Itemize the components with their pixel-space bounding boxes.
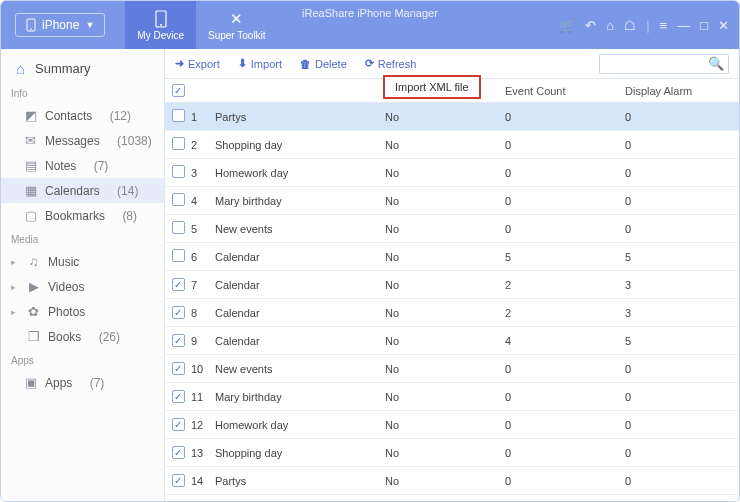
section-info: Info xyxy=(1,82,164,103)
svg-point-1 xyxy=(30,28,32,30)
sidebar-count: (14) xyxy=(117,184,138,198)
col-displayalarm-header[interactable]: Display Alarm xyxy=(625,85,739,97)
row-displayalarm: 0 xyxy=(625,419,739,431)
row-checkbox[interactable] xyxy=(172,109,185,122)
sidebar-bookmarks[interactable]: ▢Bookmarks (8) xyxy=(1,203,164,228)
search-input[interactable]: 🔍 xyxy=(599,54,729,74)
row-readonly: No xyxy=(385,447,505,459)
sidebar-notes[interactable]: ▤Notes (7) xyxy=(1,153,164,178)
row-name: Shopping day xyxy=(215,139,385,151)
table-row[interactable]: 10New eventsNo00 xyxy=(165,355,739,383)
row-checkbox[interactable] xyxy=(172,249,185,262)
col-eventcount-header[interactable]: Event Count xyxy=(505,85,625,97)
search-icon: 🔍 xyxy=(708,56,724,71)
select-all-checkbox[interactable] xyxy=(172,84,185,97)
sidebar-videos[interactable]: ▸▶Videos xyxy=(1,274,164,299)
row-checkbox[interactable] xyxy=(172,390,185,403)
sidebar-music[interactable]: ▸♫Music xyxy=(1,249,164,274)
tab-label: Super Toolkit xyxy=(208,30,266,41)
sidebar-count: (12) xyxy=(110,109,131,123)
device-label: iPhone xyxy=(42,18,79,32)
minimize-icon[interactable]: — xyxy=(677,18,690,33)
expand-icon: ▸ xyxy=(11,282,19,292)
row-checkbox[interactable] xyxy=(172,418,185,431)
table-row[interactable]: 5New eventsNo00 xyxy=(165,215,739,243)
tab-my-device[interactable]: My Device xyxy=(125,1,196,49)
col-name-header[interactable]: Name xyxy=(191,85,215,97)
table-row[interactable]: 3Homework dayNo00 xyxy=(165,159,739,187)
table-row[interactable]: 14PartysNo00 xyxy=(165,467,739,495)
sidebar-label: Bookmarks xyxy=(45,209,105,223)
table-row[interactable]: 7CalendarNo23 xyxy=(165,271,739,299)
sidebar-apps[interactable]: ▣Apps (7) xyxy=(1,370,164,395)
sidebar-label: Contacts xyxy=(45,109,92,123)
section-apps: Apps xyxy=(1,349,164,370)
row-readonly: No xyxy=(385,223,505,235)
row-checkbox[interactable] xyxy=(172,278,185,291)
row-name: Calendar xyxy=(215,279,385,291)
tab-super-toolkit[interactable]: ✕ Super Toolkit xyxy=(196,1,278,49)
close-icon[interactable]: ✕ xyxy=(718,18,729,33)
row-checkbox[interactable] xyxy=(172,362,185,375)
row-checkbox[interactable] xyxy=(172,334,185,347)
table-row[interactable]: 6CalendarNo55 xyxy=(165,243,739,271)
home-icon: ⌂ xyxy=(13,60,28,77)
sidebar-calendars[interactable]: ▦Calendars (14) xyxy=(1,178,164,203)
table-row[interactable]: 13Shopping dayNo00 xyxy=(165,439,739,467)
row-name: Partys xyxy=(215,111,385,123)
table-row[interactable]: 9CalendarNo45 xyxy=(165,327,739,355)
row-displayalarm: 0 xyxy=(625,475,739,487)
table-row[interactable]: 2Shopping dayNo00 xyxy=(165,131,739,159)
row-checkbox[interactable] xyxy=(172,474,185,487)
table-row[interactable]: 4Mary birthdayNo00 xyxy=(165,187,739,215)
sidebar-books[interactable]: ❒Books (26) xyxy=(1,324,164,349)
home-icon[interactable]: ⌂ xyxy=(606,18,614,33)
maximize-icon[interactable]: □ xyxy=(700,18,708,33)
photo-icon: ✿ xyxy=(26,304,41,319)
row-checkbox[interactable] xyxy=(172,193,185,206)
table-body: 1PartysNo002Shopping dayNo003Homework da… xyxy=(165,103,739,495)
refresh-button[interactable]: ⟳Refresh xyxy=(365,57,417,70)
back-icon[interactable]: ↶ xyxy=(585,18,596,33)
row-number: 5 xyxy=(191,223,215,235)
sidebar-contacts[interactable]: ◩Contacts (12) xyxy=(1,103,164,128)
export-button[interactable]: ➜Export xyxy=(175,57,220,70)
row-checkbox[interactable] xyxy=(172,446,185,459)
sidebar-messages[interactable]: ✉Messages (1038) xyxy=(1,128,164,153)
row-number: 11 xyxy=(191,391,215,403)
row-checkbox[interactable] xyxy=(172,165,185,178)
table-row[interactable]: 12Homework dayNo00 xyxy=(165,411,739,439)
device-selector[interactable]: iPhone ▼ xyxy=(15,13,105,37)
row-checkbox[interactable] xyxy=(172,306,185,319)
sidebar-label: Apps xyxy=(45,376,72,390)
import-button[interactable]: ⬇Import xyxy=(238,57,282,70)
row-name: Calendar xyxy=(215,251,385,263)
sidebar-summary[interactable]: ⌂ Summary xyxy=(1,55,164,82)
row-eventcount: 0 xyxy=(505,223,625,235)
table-row[interactable]: 8CalendarNo23 xyxy=(165,299,739,327)
import-xml-menuitem[interactable]: Import XML file xyxy=(383,75,481,99)
col-label: Display Alarm xyxy=(625,85,692,97)
sidebar-label: Notes xyxy=(45,159,76,173)
cart-icon[interactable]: 🛒 xyxy=(559,18,575,33)
sidebar-photos[interactable]: ▸✿Photos xyxy=(1,299,164,324)
row-readonly: No xyxy=(385,195,505,207)
feedback-icon[interactable]: ☖ xyxy=(624,18,636,33)
row-checkbox[interactable] xyxy=(172,137,185,150)
table-row[interactable]: 1PartysNo00 xyxy=(165,103,739,131)
row-readonly: No xyxy=(385,391,505,403)
row-eventcount: 0 xyxy=(505,139,625,151)
row-checkbox[interactable] xyxy=(172,221,185,234)
svg-point-3 xyxy=(160,24,162,26)
row-number: 4 xyxy=(191,195,215,207)
delete-button[interactable]: 🗑Delete xyxy=(300,58,347,70)
sidebar-label: Summary xyxy=(35,61,91,76)
row-displayalarm: 0 xyxy=(625,139,739,151)
table-row[interactable]: 11Mary birthdayNo00 xyxy=(165,383,739,411)
sidebar-label: Messages xyxy=(45,134,100,148)
bookmark-icon: ▢ xyxy=(23,208,38,223)
row-number: 14 xyxy=(191,475,215,487)
sidebar-count: (7) xyxy=(94,159,109,173)
music-icon: ♫ xyxy=(26,254,41,269)
menu-icon[interactable]: ≡ xyxy=(660,18,668,33)
